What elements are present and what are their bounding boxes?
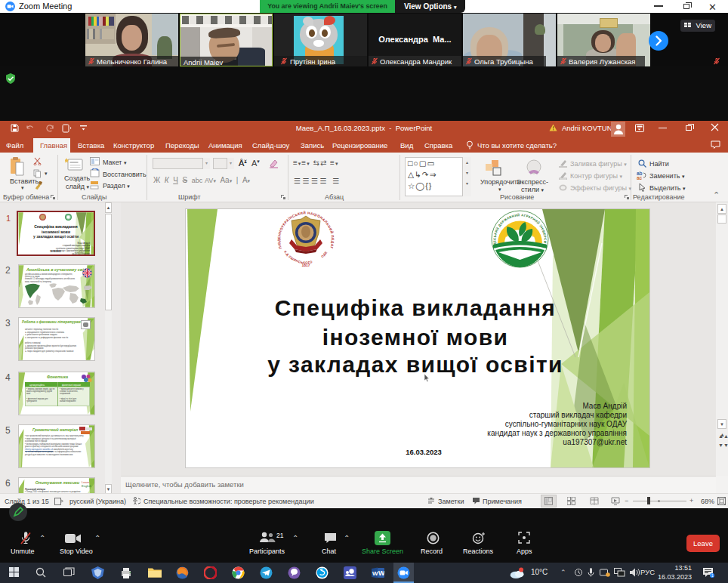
- svg-text:W: W: [378, 569, 384, 577]
- svg-text:ac: ac: [637, 175, 643, 180]
- svg-text:1817: 1817: [301, 263, 310, 267]
- svg-text:W: W: [372, 570, 378, 577]
